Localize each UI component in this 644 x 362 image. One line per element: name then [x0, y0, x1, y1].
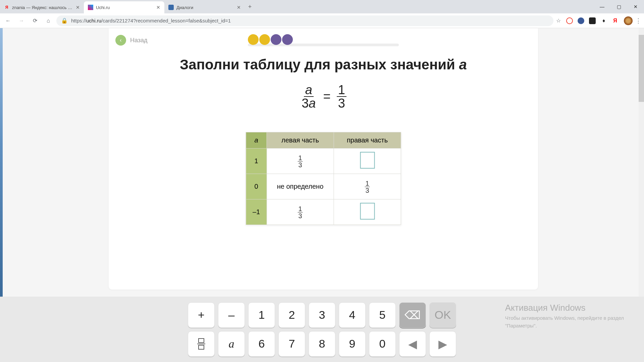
- key-0[interactable]: 0: [369, 331, 396, 357]
- key-plus[interactable]: +: [188, 302, 215, 328]
- extension-icon[interactable]: [589, 17, 596, 24]
- progress-dot: [271, 34, 281, 45]
- table-cell-right: [334, 148, 401, 174]
- table-cell-a: 1: [246, 148, 267, 174]
- exercise-card: ‹ Назад Заполни таблицу для разных значе…: [109, 28, 538, 290]
- close-icon[interactable]: ✕: [156, 5, 160, 10]
- table-cell-a: –1: [246, 199, 267, 225]
- tab-title: Диалоги: [176, 5, 234, 10]
- key-ok[interactable]: OK: [429, 302, 456, 328]
- key-cursor-left[interactable]: ◀: [399, 331, 426, 357]
- equation: a 3a = 1 3: [109, 83, 538, 110]
- lock-icon: 🔒: [61, 17, 68, 24]
- keypad: + – 1 2 3 4 5 ⌫ OK a 6 7 8 9 0 ◀ ▶: [188, 302, 456, 357]
- back-button[interactable]: ←: [3, 15, 13, 26]
- chevron-left-icon: ‹: [115, 35, 126, 46]
- watermark-title: Активация Windows: [505, 303, 624, 313]
- scrollbar-thumb[interactable]: [639, 35, 644, 102]
- url-text: https://uchi.ru/cards/221274?recommended…: [71, 18, 231, 23]
- triangle-left-icon: ◀: [408, 337, 417, 351]
- key-8[interactable]: 8: [309, 331, 335, 357]
- progress-dot: [282, 34, 293, 45]
- favicon-icon: [88, 5, 93, 10]
- table-cell-left: 13: [267, 148, 334, 174]
- triangle-right-icon: ▶: [438, 337, 447, 351]
- key-4[interactable]: 4: [339, 302, 366, 328]
- url-bar[interactable]: 🔒 https://uchi.ru/cards/221274?recommend…: [56, 15, 553, 26]
- key-5[interactable]: 5: [369, 302, 396, 328]
- reload-button[interactable]: ⟳: [30, 15, 40, 26]
- table-cell-left: не определено: [267, 174, 334, 199]
- progress-indicator: [248, 34, 399, 46]
- key-2[interactable]: 2: [278, 302, 305, 328]
- minimize-button[interactable]: —: [594, 0, 610, 13]
- table-header-a: a: [246, 132, 267, 148]
- tab-bar: Я znania — Яндекс: нашлось 954 ✕ Uchi.ru…: [0, 0, 644, 13]
- key-fraction[interactable]: [188, 331, 215, 357]
- fraction-right: 1 3: [337, 83, 346, 110]
- progress-dot: [259, 34, 270, 45]
- progress-dots: [248, 34, 293, 45]
- extensions: ♦ Я: [564, 17, 621, 24]
- key-3[interactable]: 3: [309, 302, 335, 328]
- extension-icon[interactable]: [566, 17, 573, 24]
- backspace-icon: ⌫: [405, 308, 421, 322]
- answer-input[interactable]: [360, 152, 375, 169]
- extension-icon[interactable]: [578, 17, 584, 24]
- close-window-button[interactable]: ✕: [627, 0, 644, 13]
- equals-sign: =: [323, 89, 330, 104]
- new-tab-button[interactable]: +: [245, 2, 255, 12]
- answer-input[interactable]: [360, 203, 375, 220]
- table-cell-a: 0: [246, 174, 267, 199]
- fraction-left: a 3a: [300, 83, 317, 110]
- task-title: Заполни таблицу для разных значений a: [109, 57, 538, 73]
- key-minus[interactable]: –: [218, 302, 245, 328]
- back-link[interactable]: ‹ Назад: [115, 35, 148, 46]
- close-icon[interactable]: ✕: [76, 5, 80, 10]
- table-header-row: a левая часть правая часть: [246, 132, 401, 148]
- back-label: Назад: [130, 37, 148, 44]
- key-6[interactable]: 6: [248, 331, 275, 357]
- table-row: 1 13: [246, 148, 401, 174]
- browser-chrome: Я znania — Яндекс: нашлось 954 ✕ Uchi.ru…: [0, 0, 644, 28]
- values-table: a левая часть правая часть 1 13 0 не опр…: [246, 132, 401, 225]
- browser-tab[interactable]: Диалоги ✕: [164, 1, 245, 13]
- browser-tab[interactable]: Uchi.ru ✕: [84, 1, 164, 13]
- favicon-icon: Я: [4, 5, 9, 10]
- nav-bar: ← → ⟳ ⌂ 🔒 https://uchi.ru/cards/221274?r…: [0, 13, 644, 28]
- close-icon[interactable]: ✕: [237, 5, 241, 10]
- progress-dot: [248, 34, 259, 45]
- key-9[interactable]: 9: [339, 331, 366, 357]
- key-cursor-right[interactable]: ▶: [429, 331, 456, 357]
- bookmark-star-icon[interactable]: ☆: [556, 17, 561, 24]
- key-1[interactable]: 1: [248, 302, 275, 328]
- table-cell-right: [334, 199, 401, 225]
- windows-activation-watermark: Активация Windows Чтобы активировать Win…: [505, 303, 624, 328]
- home-button[interactable]: ⌂: [43, 15, 54, 26]
- tab-title: znania — Яндекс: нашлось 954: [12, 5, 73, 10]
- window-controls: — ▢ ✕: [594, 0, 644, 13]
- key-backspace[interactable]: ⌫: [399, 302, 426, 328]
- table-row: –1 13: [246, 199, 401, 225]
- table-row: 0 не определено 13: [246, 174, 401, 199]
- forward-button[interactable]: →: [16, 15, 27, 26]
- extension-icon[interactable]: Я: [612, 17, 619, 24]
- table-cell-left: 13: [267, 199, 334, 225]
- fraction-icon: [197, 338, 205, 350]
- key-variable-a[interactable]: a: [218, 331, 245, 357]
- maximize-button[interactable]: ▢: [610, 0, 627, 13]
- watermark-text: "Параметры".: [505, 323, 624, 328]
- tab-title: Uchi.ru: [96, 5, 154, 10]
- watermark-text: Чтобы активировать Windows, перейдите в …: [505, 315, 624, 321]
- profile-avatar[interactable]: [624, 16, 633, 25]
- table-header-right: правая часть: [334, 132, 401, 148]
- favicon-icon: [168, 5, 174, 10]
- browser-tab[interactable]: Я znania — Яндекс: нашлось 954 ✕: [0, 1, 84, 13]
- key-7[interactable]: 7: [278, 331, 305, 357]
- menu-button[interactable]: ⋮: [635, 17, 641, 24]
- extension-icon[interactable]: ♦: [600, 17, 607, 24]
- table-header-left: левая часть: [267, 132, 334, 148]
- table-cell-right: 13: [334, 174, 401, 199]
